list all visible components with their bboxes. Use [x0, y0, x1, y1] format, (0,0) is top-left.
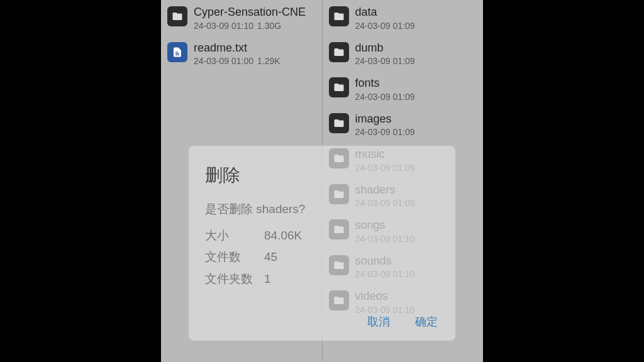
- list-item[interactable]: Cyper-Sensation-CNE 24-03-09 01:101.30G: [161, 0, 322, 36]
- dialog-files-row: 文件数 45: [205, 246, 439, 268]
- file-name: data: [355, 5, 477, 19]
- file-meta: 24-03-09 01:101.30G: [194, 21, 316, 31]
- dialog-question: 是否删除 shaders?: [205, 199, 439, 220]
- file-meta: 24-03-09 01:001.29K: [194, 56, 316, 66]
- file-name: images: [355, 112, 477, 126]
- file-name: Cyper-Sensation-CNE: [194, 5, 316, 19]
- file-name: fonts: [355, 76, 477, 90]
- file-text: images 24-03-09 01:09: [355, 112, 477, 138]
- file-name: readme.txt: [194, 41, 316, 55]
- file-text: data 24-03-09 01:09: [355, 5, 477, 31]
- dialog-size-row: 大小 84.06K: [205, 225, 439, 246]
- folder-icon: [329, 6, 349, 26]
- ok-button[interactable]: 确定: [415, 314, 438, 329]
- file-name: dumb: [355, 41, 477, 55]
- file-meta: 24-03-09 01:09: [355, 56, 477, 66]
- list-item[interactable]: dumb 24-03-09 01:09: [323, 36, 484, 72]
- folder-icon: [329, 113, 349, 133]
- file-text: dumb 24-03-09 01:09: [355, 41, 477, 67]
- folder-icon: [167, 6, 187, 26]
- folder-icon: [329, 42, 349, 62]
- list-item[interactable]: images 24-03-09 01:09: [323, 107, 484, 143]
- list-item[interactable]: data 24-03-09 01:09: [323, 0, 484, 36]
- file-text: readme.txt 24-03-09 01:001.29K: [194, 41, 316, 67]
- file-text: fonts 24-03-09 01:09: [355, 76, 477, 102]
- folder-icon: [329, 77, 349, 97]
- file-text: Cyper-Sensation-CNE 24-03-09 01:101.30G: [194, 5, 316, 31]
- dialog-title: 删除: [205, 163, 439, 187]
- list-item[interactable]: readme.txt 24-03-09 01:001.29K: [161, 36, 322, 72]
- delete-dialog: 删除 是否删除 shaders? 大小 84.06K 文件数 45 文件夹数 1…: [189, 146, 455, 341]
- list-item[interactable]: fonts 24-03-09 01:09: [323, 71, 484, 107]
- file-meta: 24-03-09 01:09: [355, 21, 477, 31]
- cancel-button[interactable]: 取消: [367, 314, 390, 329]
- file-icon: [167, 42, 187, 62]
- file-meta: 24-03-09 01:09: [355, 127, 477, 137]
- file-meta: 24-03-09 01:09: [355, 92, 477, 102]
- dialog-folders-row: 文件夹数 1: [205, 268, 439, 290]
